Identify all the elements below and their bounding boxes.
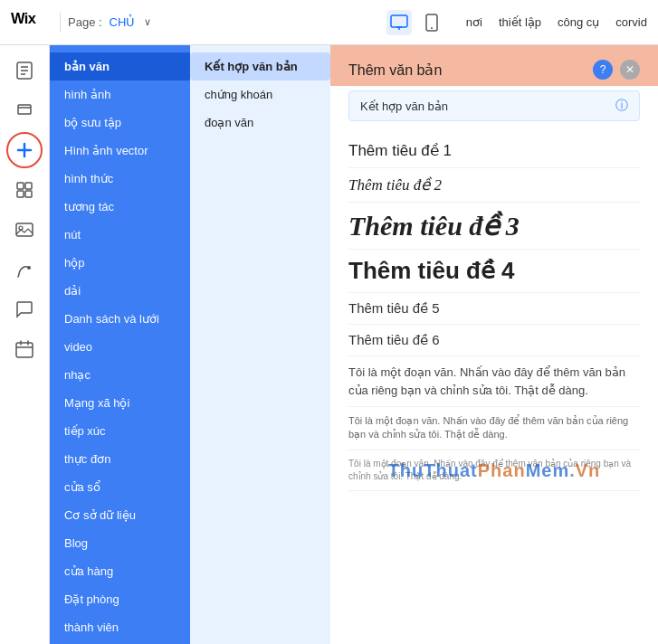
chat-tool-button[interactable] xyxy=(6,291,43,327)
svg-point-5 xyxy=(431,27,433,29)
layers-tool-button[interactable] xyxy=(6,92,43,128)
svg-point-20 xyxy=(27,266,31,270)
svg-rect-15 xyxy=(25,183,32,189)
category-item-nhac[interactable]: nhạc xyxy=(50,361,190,389)
svg-rect-1 xyxy=(391,15,407,27)
nav-thiet-lap[interactable]: thiết lập xyxy=(499,15,541,29)
pages-tool-button[interactable] xyxy=(6,52,43,89)
device-switcher xyxy=(386,10,444,35)
category-item-bo-suu-tap[interactable]: bộ sưu tập xyxy=(50,109,190,137)
nav-cong-cu[interactable]: công cụ xyxy=(558,15,599,29)
text-item-tieu-de-2[interactable]: Thêm tiêu đề 2 xyxy=(348,168,640,203)
left-toolbar xyxy=(0,45,50,644)
category-item-dat-phong[interactable]: Đặt phòng xyxy=(50,585,190,613)
paragraph-para1[interactable]: Tôi là một đoạn văn. Nhấn vào đây để thê… xyxy=(348,356,640,407)
category-item-hinh-thuc[interactable]: hình thức xyxy=(50,165,190,193)
blog-tool-button[interactable] xyxy=(6,251,43,288)
text-item-tieu-de-1[interactable]: Thêm tiêu đề 1 xyxy=(348,134,640,168)
nav-noi[interactable]: nơi xyxy=(466,15,482,29)
panel-title: Thêm văn bản xyxy=(348,62,442,79)
svg-rect-14 xyxy=(17,183,24,189)
category-item-hop[interactable]: hộp xyxy=(50,249,190,277)
paragraph-para2[interactable]: Tôi là một đoạn văn. Nhấn vào đây để thê… xyxy=(348,407,640,450)
info-icon[interactable]: ⓘ xyxy=(615,98,628,114)
svg-rect-17 xyxy=(25,191,32,197)
desktop-view-button[interactable] xyxy=(386,10,412,35)
category-item-tuong-tac[interactable]: tương tác xyxy=(50,193,190,221)
category-item-hinh-anh-vector[interactable]: Hình ảnh vector xyxy=(50,137,190,165)
page-name[interactable]: CHỦ xyxy=(110,15,136,29)
text-items-list: Thêm tiêu đề 1Thêm tiêu đề 2Thêm tiêu đề… xyxy=(348,134,640,356)
page-label: Page : xyxy=(68,15,102,29)
category-item-ban-van[interactable]: bản văn xyxy=(50,52,190,80)
sub-item-chung-khoan[interactable]: chứng khoán xyxy=(190,80,330,109)
main-content: bản vănhình ảnhbộ sưu tậpHình ảnh vector… xyxy=(0,45,658,644)
category-item-co-so-du-lieu[interactable]: Cơ sở dữ liệu xyxy=(50,501,190,529)
text-item-tieu-de-3[interactable]: Thêm tiêu đề 3 xyxy=(348,203,640,250)
svg-rect-16 xyxy=(17,191,24,197)
text-item-tieu-de-5[interactable]: Thêm tiêu đề 5 xyxy=(348,293,640,325)
category-item-cua-so[interactable]: cửa sổ xyxy=(50,473,190,501)
paragraphs-list: Tôi là một đoạn văn. Nhấn vào đây để thê… xyxy=(348,356,640,491)
panel-header: Thêm văn bản ? ✕ xyxy=(348,60,640,80)
category-item-nut[interactable]: nút xyxy=(50,221,190,249)
mobile-view-button[interactable] xyxy=(419,10,444,35)
close-button[interactable]: ✕ xyxy=(620,60,640,80)
text-item-tieu-de-4[interactable]: Thêm tiêu đề 4 xyxy=(348,250,640,293)
category-item-thuc-don[interactable]: thực đơn xyxy=(50,445,190,473)
help-button[interactable]: ? xyxy=(593,60,613,80)
category-item-hinh-anh[interactable]: hình ảnh xyxy=(50,80,190,109)
category-item-tiep-xuc[interactable]: tiếp xúc xyxy=(50,417,190,445)
topbar-nav: nơi thiết lập công cụ corvid xyxy=(466,15,647,29)
media-tool-button[interactable] xyxy=(6,212,43,248)
svg-rect-18 xyxy=(16,223,33,236)
category-item-blog[interactable]: Blog xyxy=(50,529,190,557)
topbar: Wix Page : CHỦ ∨ nơi thiết lập công cụ c… xyxy=(0,0,658,45)
sub-item-doan-van[interactable]: đoạn văn xyxy=(190,109,330,137)
wix-logo[interactable]: Wix xyxy=(11,10,45,35)
panel-header-icons: ? ✕ xyxy=(593,60,640,80)
category-item-thanh-vien[interactable]: thành viên xyxy=(50,613,190,641)
paragraph-para3[interactable]: Tôi là một đoạn văn. Nhấn vào đây để thê… xyxy=(348,450,640,491)
svg-text:Wix: Wix xyxy=(11,10,37,26)
svg-line-21 xyxy=(18,274,19,277)
category-item-cua-hang[interactable]: cửa hàng xyxy=(50,557,190,585)
category-item-mang-xa-hoi[interactable]: Mạng xã hội xyxy=(50,389,190,417)
category-item-dai[interactable]: dải xyxy=(50,277,190,305)
add-element-button[interactable] xyxy=(6,132,43,168)
apps-tool-button[interactable] xyxy=(6,172,43,208)
sub-item-ket-hop[interactable]: Kết hợp văn bản xyxy=(190,52,330,80)
svg-rect-10 xyxy=(18,105,31,114)
right-panel: Thêm văn bản ? ✕ Kết hợp văn bản ⓘ Thêm … xyxy=(330,45,658,644)
category-panel: bản vănhình ảnhbộ sưu tậpHình ảnh vector… xyxy=(50,45,190,644)
category-item-danh-sach[interactable]: Danh sách và lưới xyxy=(50,305,190,333)
section-label-text: Kết hợp văn bản xyxy=(360,99,448,113)
svg-rect-22 xyxy=(16,343,33,357)
sub-panel: Kết hợp văn bảnchứng khoánđoạn văn xyxy=(190,45,330,644)
section-label: Kết hợp văn bản ⓘ xyxy=(348,90,640,121)
text-item-tieu-de-6[interactable]: Thêm tiêu đề 6 xyxy=(348,325,640,356)
nav-corvid[interactable]: corvid xyxy=(615,15,647,29)
category-item-video[interactable]: video xyxy=(50,333,190,361)
dropdown-arrow[interactable]: ∨ xyxy=(144,16,151,28)
topbar-separator xyxy=(60,13,61,33)
calendar-tool-button[interactable] xyxy=(6,331,43,367)
